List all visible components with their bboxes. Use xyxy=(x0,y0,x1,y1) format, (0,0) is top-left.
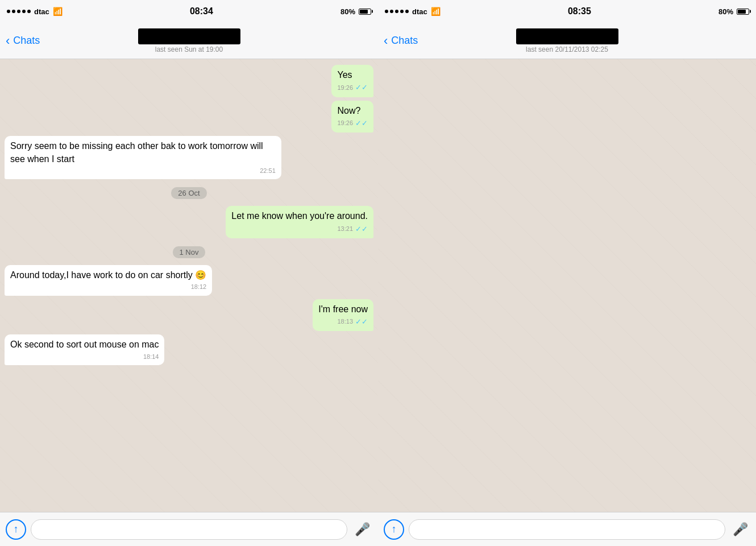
left-status-right: 80% xyxy=(340,7,371,16)
msg-text-around: Around today,I have work to do on car sh… xyxy=(10,270,206,280)
left-upload-button[interactable]: ↑ xyxy=(6,519,26,540)
msg-time-freenow: 18:13 xyxy=(337,317,353,326)
right-chat-area: 20:11 xyxy=(378,59,756,512)
right-back-button[interactable]: ‹ Chats xyxy=(384,34,418,48)
right-phone-screen: dtac 📶 08:35 80% ‹ Chats last seen 20/11… xyxy=(378,0,756,546)
r-dot2 xyxy=(390,10,393,13)
message-row-letmeknow: Let me know when you're around. 13:21 ✓✓ xyxy=(5,206,373,238)
signal-dots xyxy=(7,10,31,13)
dot3 xyxy=(17,10,20,13)
bubble-oksecond: Ok second to sort out mouse on mac 18:14 xyxy=(5,334,164,365)
msg-meta-yes: 19:26 ✓✓ xyxy=(337,82,368,93)
r-dot3 xyxy=(395,10,398,13)
right-wifi-icon: 📶 xyxy=(431,7,441,16)
r-dot4 xyxy=(400,10,404,13)
msg-meta-around: 18:12 xyxy=(10,283,206,291)
msg-time-letmeknow: 13:21 xyxy=(337,225,353,233)
right-battery-fill xyxy=(738,10,746,14)
msg-text-freenow: I'm free now xyxy=(318,304,368,314)
message-row-sorry: Sorry seem to be missing each other bak … xyxy=(5,136,373,179)
left-last-seen: last seen Sun at 19:00 xyxy=(155,46,223,53)
msg-meta-now: 19:26 ✓✓ xyxy=(337,118,368,129)
msg-text-now: Now? xyxy=(337,106,360,115)
dot4 xyxy=(22,10,26,13)
left-status-bar: dtac 📶 08:34 80% xyxy=(0,0,378,23)
left-time: 08:34 xyxy=(190,6,213,16)
right-signal-dots xyxy=(385,10,409,13)
left-phone-screen: dtac 📶 08:34 80% ‹ Chats last seen Sun a… xyxy=(0,0,378,546)
message-row-around: Around today,I have work to do on car sh… xyxy=(5,265,373,296)
msg-time-around: 18:12 xyxy=(191,283,207,291)
date-sep-26oct: 26 Oct xyxy=(5,187,373,199)
left-input-bar: ↑ 🎤 xyxy=(0,512,378,546)
left-carrier: dtac xyxy=(34,7,49,16)
msg-time-sorry: 22:51 xyxy=(260,167,276,175)
msg-meta-sorry: 22:51 xyxy=(10,167,276,175)
left-battery-pct: 80% xyxy=(340,7,355,16)
dot1 xyxy=(7,10,10,13)
right-battery-pct: 80% xyxy=(718,7,733,16)
dot5 xyxy=(27,10,31,13)
battery-fill xyxy=(360,10,368,14)
right-carrier: dtac xyxy=(412,7,427,16)
right-chevron-icon: ‹ xyxy=(384,34,388,48)
left-contact-name-redacted xyxy=(138,28,240,44)
msg-meta-freenow: 18:13 ✓✓ xyxy=(318,317,368,327)
left-message-input[interactable] xyxy=(31,519,347,540)
right-battery-outline xyxy=(737,9,749,15)
msg-text-yes: Yes xyxy=(337,70,352,80)
bubble-now: Now? 19:26 ✓✓ xyxy=(331,101,373,133)
date-label-26oct: 26 Oct xyxy=(171,187,206,199)
right-battery-icon xyxy=(737,9,749,15)
date-label-1nov: 1 Nov xyxy=(173,246,206,258)
right-status-right: 80% xyxy=(718,7,749,16)
msg-tick-letmeknow: ✓✓ xyxy=(355,224,368,234)
right-message-input[interactable] xyxy=(409,519,725,540)
bubble-freenow: I'm free now 18:13 ✓✓ xyxy=(313,299,373,332)
msg-tick-freenow: ✓✓ xyxy=(355,317,368,327)
right-status-left: dtac 📶 xyxy=(385,7,441,16)
msg-text-oksecond: Ok second to sort out mouse on mac xyxy=(10,340,159,349)
right-last-seen: last seen 20/11/2013 02:25 xyxy=(526,46,608,53)
right-time: 08:35 xyxy=(568,6,591,16)
msg-time-oksecond: 18:14 xyxy=(143,353,159,361)
right-status-bar: dtac 📶 08:35 80% xyxy=(378,0,756,23)
dot2 xyxy=(12,10,15,13)
right-contact-name-redacted xyxy=(516,28,618,44)
left-status-left: dtac 📶 xyxy=(7,7,63,16)
left-nav-bar: ‹ Chats last seen Sun at 19:00 xyxy=(0,23,378,59)
r-dot1 xyxy=(385,10,388,13)
left-nav-center: last seen Sun at 19:00 xyxy=(138,28,240,53)
r-dot5 xyxy=(405,10,409,13)
right-nav-bar: ‹ Chats last seen 20/11/2013 02:25 xyxy=(378,23,756,59)
bubble-around: Around today,I have work to do on car sh… xyxy=(5,265,212,296)
left-back-button[interactable]: ‹ Chats xyxy=(6,34,40,48)
msg-text-sorry: Sorry seem to be missing each other bak … xyxy=(10,141,263,163)
right-upload-button[interactable]: ↑ xyxy=(384,519,404,540)
right-nav-center: last seen 20/11/2013 02:25 xyxy=(516,28,618,53)
left-back-label: Chats xyxy=(13,35,40,47)
right-input-bar: ↑ 🎤 xyxy=(378,512,756,546)
left-chat-area: Yes 19:26 ✓✓ Now? 19:26 ✓✓ Sorry seem to… xyxy=(0,59,378,512)
msg-tick-yes: ✓✓ xyxy=(355,82,368,93)
message-row-oksecond: Ok second to sort out mouse on mac 18:14 xyxy=(5,334,373,365)
right-mic-button[interactable]: 🎤 xyxy=(730,519,750,540)
msg-text-letmeknow: Let me know when you're around. xyxy=(231,211,368,221)
message-row-freenow: I'm free now 18:13 ✓✓ xyxy=(5,299,373,332)
image-message-1-row: 20:11 xyxy=(383,65,751,179)
msg-time-now: 19:26 xyxy=(337,119,353,127)
left-battery-icon xyxy=(359,9,371,15)
msg-tick-now: ✓✓ xyxy=(355,118,368,129)
left-wifi-icon: 📶 xyxy=(53,7,63,16)
left-chevron-icon: ‹ xyxy=(6,34,10,48)
message-row-now: Now? 19:26 ✓✓ xyxy=(5,101,373,133)
battery-outline xyxy=(359,9,371,15)
bubble-letmeknow: Let me know when you're around. 13:21 ✓✓ xyxy=(226,206,373,238)
left-mic-button[interactable]: 🎤 xyxy=(352,519,372,540)
bubble-sorry: Sorry seem to be missing each other bak … xyxy=(5,136,281,179)
right-back-label: Chats xyxy=(391,35,418,47)
msg-time-yes: 19:26 xyxy=(337,84,353,92)
msg-meta-oksecond: 18:14 xyxy=(10,353,159,361)
msg-meta-letmeknow: 13:21 ✓✓ xyxy=(231,224,368,234)
bubble-yes: Yes 19:26 ✓✓ xyxy=(331,65,373,97)
